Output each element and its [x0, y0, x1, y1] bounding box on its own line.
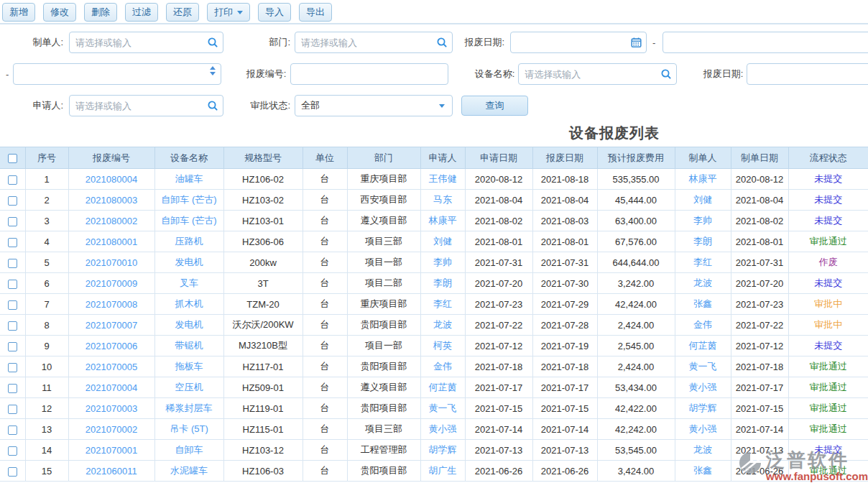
row-checkbox[interactable] [8, 467, 17, 477]
equipment-name-link[interactable]: 稀浆封层车 [154, 398, 223, 419]
row-checkbox[interactable] [8, 446, 17, 456]
row-checkbox[interactable] [8, 321, 17, 331]
equipment-name-link[interactable]: 自卸车 [154, 440, 223, 461]
row-checkbox[interactable] [8, 217, 17, 226]
delete-button[interactable]: 删除 [84, 3, 117, 22]
applicant-link[interactable]: 林康平 [420, 211, 465, 231]
maker-link[interactable]: 黄一飞 [675, 356, 731, 377]
maker-link[interactable]: 李帅 [675, 211, 731, 231]
equipment-input[interactable] [518, 63, 677, 85]
scrap-code-link[interactable]: 2021070001 [68, 440, 154, 461]
print-button[interactable]: 打印 [207, 3, 250, 22]
scrap-code-link[interactable]: 2021080004 [68, 169, 154, 190]
maker-link[interactable]: 胡学辉 [675, 398, 731, 419]
applicant-link[interactable]: 金伟 [420, 356, 465, 377]
approval-status-select[interactable]: 全部 [295, 95, 453, 116]
scrap-date2-start-input[interactable] [747, 63, 868, 85]
maker-link[interactable]: 龙波 [675, 440, 731, 461]
applicant-link[interactable]: 李红 [420, 294, 465, 315]
maker-link[interactable]: 黄小强 [675, 377, 731, 398]
maker-link[interactable]: 张鑫 [675, 294, 731, 315]
maker-link[interactable]: 张鑫 [675, 461, 731, 482]
row-checkbox[interactable] [8, 384, 17, 393]
restore-button[interactable]: 还原 [166, 3, 199, 22]
scrap-code-link[interactable]: 2021080001 [68, 231, 154, 252]
spinner-control[interactable] [210, 66, 216, 75]
maker-link[interactable]: 何芷茵 [675, 336, 731, 356]
row-checkbox[interactable] [8, 426, 17, 435]
row-checkbox[interactable] [8, 405, 17, 414]
equipment-name-link[interactable]: 拖板车 [154, 356, 223, 377]
scrap-code-link[interactable]: 2021070010 [68, 252, 154, 273]
maker-link[interactable]: 黄小强 [675, 419, 731, 440]
scrap-code-link[interactable]: 2021070006 [68, 336, 154, 356]
equipment-name-link[interactable]: 叉车 [154, 273, 223, 294]
search-icon[interactable] [207, 100, 218, 111]
equipment-name-link[interactable]: 压路机 [154, 231, 223, 252]
equipment-name-link[interactable]: 水泥罐车 [154, 461, 223, 482]
edit-button[interactable]: 修改 [43, 3, 76, 22]
calendar-icon[interactable] [631, 37, 642, 48]
equipment-name-link[interactable]: 油罐车 [154, 169, 223, 190]
maker-link[interactable]: 李朗 [675, 231, 731, 252]
row-checkbox[interactable] [8, 175, 17, 185]
equipment-name-link[interactable]: 自卸车 (芒古) [154, 190, 223, 211]
scrap-code-link[interactable]: 2021070002 [68, 419, 154, 440]
maker-link[interactable]: 林康平 [675, 169, 731, 190]
search-icon[interactable] [207, 37, 218, 48]
applicant-link[interactable]: 李朗 [420, 273, 465, 294]
maker-link[interactable]: 金伟 [675, 315, 731, 336]
maker-link[interactable]: 李红 [675, 252, 731, 273]
applicant-link[interactable]: 李帅 [420, 252, 465, 273]
maker-link[interactable]: 刘健 [675, 190, 731, 211]
equipment-name-link[interactable]: 吊卡 (5T) [154, 419, 223, 440]
search-icon[interactable] [436, 37, 448, 48]
add-button[interactable]: 新增 [2, 3, 35, 22]
applicant-link[interactable]: 柯英 [420, 336, 465, 356]
scrap-code-link[interactable]: 2021070004 [68, 377, 154, 398]
applicant-link[interactable]: 胡学辉 [420, 440, 465, 461]
equipment-name-link[interactable]: 空压机 [154, 377, 223, 398]
row-checkbox[interactable] [8, 342, 17, 351]
scrap-code-link[interactable]: 2021070003 [68, 398, 154, 419]
row-checkbox[interactable] [8, 196, 17, 206]
row-checkbox[interactable] [8, 238, 17, 247]
scrap-code-link[interactable]: 2021060011 [68, 461, 154, 482]
maker-input[interactable] [69, 32, 223, 53]
row-checkbox[interactable] [8, 300, 17, 310]
applicant-link[interactable]: 何芷茵 [420, 377, 465, 398]
applicant-input[interactable] [69, 95, 223, 116]
applicant-link[interactable]: 王伟健 [420, 169, 465, 190]
scrap-code-link[interactable]: 2021070007 [68, 315, 154, 336]
applicant-link[interactable]: 刘健 [420, 231, 465, 252]
export-button[interactable]: 导出 [299, 3, 332, 22]
search-icon[interactable] [660, 68, 672, 80]
applicant-link[interactable]: 黄一飞 [420, 398, 465, 419]
equipment-name-link[interactable]: 发电机 [154, 315, 223, 336]
applicant-link[interactable]: 马东 [420, 190, 465, 211]
spinner-down-icon[interactable] [210, 72, 216, 75]
row-checkbox[interactable] [8, 280, 17, 289]
import-button[interactable]: 导入 [258, 3, 291, 22]
equipment-name-link[interactable]: 发电机 [154, 252, 223, 273]
select-all-checkbox[interactable] [8, 154, 17, 163]
scrap-code-link[interactable]: 2021070005 [68, 356, 154, 377]
query-button[interactable]: 查询 [461, 96, 528, 116]
scrap-date-start-input[interactable] [510, 32, 647, 53]
applicant-link[interactable]: 黄小强 [420, 419, 465, 440]
filter-button[interactable]: 过滤 [125, 3, 158, 22]
row-checkbox[interactable] [8, 259, 17, 268]
scrap-date-end-input[interactable] [662, 32, 868, 53]
number-range-end-input[interactable] [13, 63, 221, 85]
dept-input[interactable] [295, 32, 453, 53]
scrap-code-link[interactable]: 2021070008 [68, 294, 154, 315]
scrap-code-link[interactable]: 2021080002 [68, 211, 154, 231]
row-checkbox[interactable] [8, 363, 17, 372]
applicant-link[interactable]: 龙波 [420, 315, 465, 336]
equipment-name-link[interactable]: 带锯机 [154, 336, 223, 356]
applicant-link[interactable]: 胡广生 [420, 461, 465, 482]
equipment-name-link[interactable]: 抓木机 [154, 294, 223, 315]
scrap-code-link[interactable]: 2021070009 [68, 273, 154, 294]
spinner-up-icon[interactable] [210, 66, 216, 70]
scrap-code-link[interactable]: 2021080003 [68, 190, 154, 211]
